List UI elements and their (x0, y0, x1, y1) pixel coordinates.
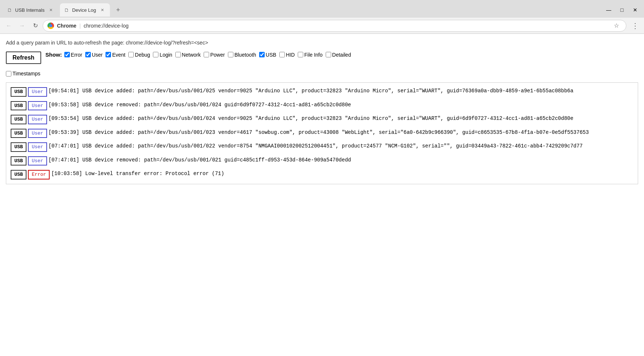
level-badge-2: User (28, 115, 47, 124)
address-text: chrome://device-log (84, 23, 608, 29)
chrome-security-icon (47, 22, 54, 29)
checkbox-bluetooth-label: Bluetooth (235, 52, 256, 58)
checkbox-power[interactable]: Power (204, 52, 225, 58)
checkbox-timestamps[interactable]: Timestamps (6, 71, 636, 76)
checkbox-bluetooth-input[interactable] (228, 52, 233, 57)
nav-bar: ← → ↻ Chrome | chrome://device-log ☆ ⋮ (0, 18, 644, 34)
checkbox-error-input[interactable] (64, 52, 70, 57)
checkbox-login-label: Login (160, 52, 172, 58)
type-badge-6: USB (11, 170, 26, 179)
log-entry-1: USB User [09:53:58] USB device removed: … (11, 101, 633, 111)
checkbox-network-label: Network (182, 52, 201, 58)
log-text-4: [07:47:01] USB device added: path=/dev/b… (49, 142, 633, 150)
level-badge-6: Error (28, 170, 50, 179)
tab-label-device: Device Log (72, 7, 96, 13)
checkbox-detailed-label: Detailed (332, 52, 351, 58)
type-badge-0: USB (11, 87, 26, 97)
log-entry-6: USB Error [10:03:58] Low-level transfer … (11, 170, 633, 179)
log-text-3: [09:53:39] USB device added: path=/dev/b… (49, 129, 633, 136)
checkbox-fileinfo[interactable]: File Info (298, 52, 323, 58)
checkbox-hid-label: HID (286, 52, 295, 58)
checkbox-debug-input[interactable] (128, 52, 134, 57)
checkbox-error-label: Error (71, 52, 82, 58)
checkbox-fileinfo-label: File Info (304, 52, 323, 58)
tab-label-usb: USB Internals (15, 7, 44, 13)
back-button[interactable]: ← (3, 20, 15, 32)
log-entry-3: USB User [09:53:39] USB device added: pa… (11, 129, 633, 138)
log-entry-5: USB User [07:47:01] USB device removed: … (11, 156, 633, 166)
checkbox-detailed-input[interactable] (326, 52, 331, 57)
checkbox-user-input[interactable] (85, 52, 91, 57)
level-badge-1: User (28, 101, 47, 111)
log-entry-2: USB User [09:53:54] USB device added: pa… (11, 115, 633, 124)
checkbox-login-input[interactable] (153, 52, 158, 57)
tab-close-device[interactable]: ✕ (99, 7, 105, 13)
log-text-2: [09:53:54] USB device added: path=/dev/b… (49, 115, 633, 122)
tab-icon-device: 🗋 (64, 7, 69, 13)
more-menu-button[interactable]: ⋮ (629, 20, 641, 32)
checkbox-network[interactable]: Network (175, 52, 201, 58)
log-entry-4: USB User [07:47:01] USB device added: pa… (11, 142, 633, 152)
level-badge-3: User (28, 129, 47, 138)
controls-bar: Refresh Show: Error User Event Debug (6, 51, 638, 76)
checkbox-user-label: User (92, 52, 103, 58)
checkbox-bluetooth[interactable]: Bluetooth (228, 52, 256, 58)
checkbox-event-label: Event (112, 52, 125, 58)
checkbox-usb-label: USB (266, 52, 276, 58)
timestamps-label: Timestamps (12, 71, 40, 76)
checkbox-user[interactable]: User (85, 52, 103, 58)
forward-button[interactable]: → (16, 20, 28, 32)
reload-button[interactable]: ↻ (29, 20, 41, 32)
log-container: USB User [09:54:01] USB device added: pa… (6, 82, 638, 184)
browser-frame: 🗋 USB Internals ✕ 🗋 Device Log ✕ + — □ ✕… (0, 0, 644, 356)
close-button[interactable]: ✕ (629, 5, 641, 15)
info-text: Add a query param in URL to auto-refresh… (6, 40, 638, 46)
type-badge-1: USB (11, 101, 26, 111)
tab-usb-internals[interactable]: 🗋 USB Internals ✕ (3, 3, 58, 17)
checkbox-detailed[interactable]: Detailed (326, 52, 351, 58)
type-badge-5: USB (11, 156, 26, 166)
refresh-button[interactable]: Refresh (6, 51, 41, 64)
show-section: Show: Error User Event Debug (46, 51, 353, 58)
checkbox-event[interactable]: Event (105, 52, 125, 58)
checkbox-usb[interactable]: USB (259, 52, 276, 58)
log-text-0: [09:54:01] USB device added: path=/dev/b… (49, 87, 633, 95)
new-tab-button[interactable]: + (113, 5, 123, 15)
page-content: Add a query param in URL to auto-refresh… (0, 34, 644, 356)
checkbox-debug[interactable]: Debug (128, 52, 150, 58)
log-text-6: [10:03:58] Low-level transfer error: Pro… (51, 170, 633, 178)
log-entry-0: USB User [09:54:01] USB device added: pa… (11, 87, 633, 97)
checkbox-power-label: Power (210, 52, 225, 58)
level-badge-5: User (28, 156, 47, 166)
bookmark-button[interactable]: ☆ (611, 21, 622, 31)
checkbox-login[interactable]: Login (153, 52, 172, 58)
maximize-button[interactable]: □ (616, 5, 628, 15)
window-controls: — □ ✕ (603, 5, 641, 15)
type-badge-4: USB (11, 142, 26, 152)
level-badge-0: User (28, 87, 47, 97)
checkbox-usb-input[interactable] (259, 52, 265, 57)
checkbox-power-input[interactable] (204, 52, 209, 57)
level-badge-4: User (28, 142, 47, 152)
checkbox-timestamps-input[interactable] (6, 71, 11, 76)
tab-device-log[interactable]: 🗋 Device Log ✕ (60, 3, 110, 17)
minimize-button[interactable]: — (603, 5, 615, 15)
type-badge-3: USB (11, 129, 26, 138)
checkbox-error[interactable]: Error (64, 52, 82, 58)
checkbox-fileinfo-input[interactable] (298, 52, 303, 57)
checkbox-hid[interactable]: HID (279, 52, 295, 58)
address-prefix: Chrome (57, 23, 76, 29)
checkbox-debug-label: Debug (135, 52, 150, 58)
checkbox-event-input[interactable] (105, 52, 111, 57)
address-bar[interactable]: Chrome | chrome://device-log ☆ (43, 20, 626, 32)
show-label: Show: (46, 51, 62, 58)
log-text-1: [09:53:58] USB device removed: path=/dev… (49, 101, 633, 109)
tab-icon-usb: 🗋 (7, 7, 12, 13)
checkbox-network-input[interactable] (175, 52, 181, 57)
type-badge-2: USB (11, 115, 26, 124)
tab-close-usb[interactable]: ✕ (47, 7, 54, 13)
log-text-5: [07:47:01] USB device removed: path=/dev… (49, 156, 633, 164)
title-bar: 🗋 USB Internals ✕ 🗋 Device Log ✕ + — □ ✕ (0, 0, 644, 18)
checkbox-hid-input[interactable] (279, 52, 285, 57)
